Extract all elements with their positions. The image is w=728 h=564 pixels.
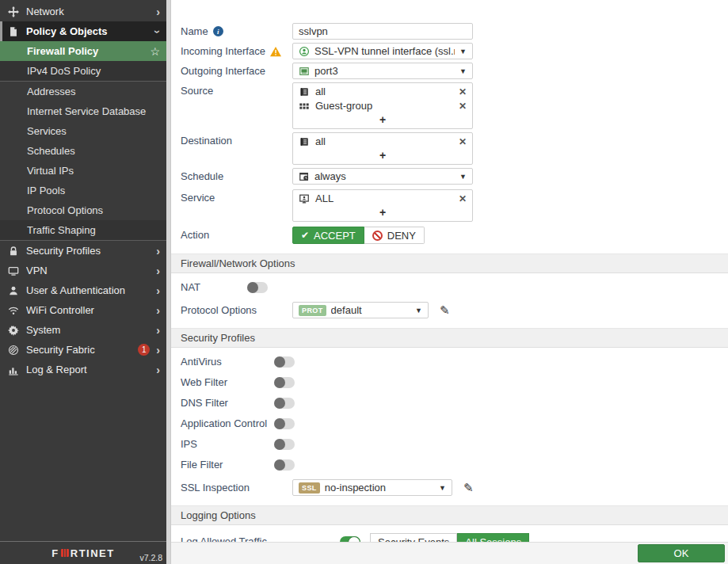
file-filter-label: File Filter [181,459,223,471]
sidebar-item-label: Schedules [27,145,160,157]
sidebar-item-internet-service-database[interactable]: Internet Service Database [0,101,166,121]
service-all-icon [299,193,310,204]
ssl-inspection-select[interactable]: SSL no-inspection ▼ [292,479,452,496]
sidebar-item-label: Addresses [27,86,160,97]
remove-icon[interactable]: ✕ [459,101,467,112]
accept-button[interactable]: ✔ ACCEPT [292,227,364,244]
web-filter-toggle[interactable] [274,377,295,388]
name-label-group: Name i [181,23,292,37]
dropdown-caret-icon: ▼ [459,173,467,181]
antivirus-toggle[interactable] [274,356,295,368]
wifi-icon [7,304,20,317]
dns-filter-toggle[interactable] [274,398,295,409]
protocol-options-select[interactable]: PROT default ▼ [292,302,429,318]
sidebar-item-label: Log & Report [26,364,150,375]
sidebar-item-firewall-policy[interactable]: Firewall Policy ☆ [0,41,166,61]
incoming-interface-select[interactable]: SSL-VPN tunnel interface (ssl.roo ▼ [292,43,473,59]
schedule-select[interactable]: always ▼ [292,168,473,185]
sidebar-item-ipv4-dos-policy[interactable]: IPv4 DoS Policy [0,61,166,81]
sidebar-item-wifi-controller[interactable]: WiFi Controller › [0,300,166,320]
ok-button[interactable]: OK [638,544,725,562]
edit-ssl-inspection-icon[interactable]: ✎ [463,479,474,495]
remove-icon[interactable]: ✕ [459,86,467,97]
source-row: Source all ✕ Guest-group ✕ + [181,82,728,129]
add-source-button[interactable]: + [293,113,472,128]
sidebar-item-security-profiles[interactable]: Security Profiles › [0,241,166,261]
check-icon: ✔ [301,230,309,241]
user-icon [7,284,20,297]
ssl-vpn-interface-icon [299,46,310,57]
chevron-right-icon: › [156,325,160,336]
sidebar-item-label: IP Pools [27,185,160,196]
sidebar-item-user-authentication[interactable]: User & Authentication › [0,280,166,300]
outgoing-interface-row: Outgoing Interface port3 ▼ [181,63,728,79]
nat-toggle[interactable] [247,282,268,293]
sidebar-item-label: Internet Service Database [27,105,160,117]
source-item[interactable]: all ✕ [293,85,472,99]
ssl-inspection-label: SSL Inspection [181,482,250,494]
schedule-icon [299,171,310,182]
outgoing-interface-select[interactable]: port3 ▼ [292,63,473,79]
action-label: Action [181,229,209,241]
sidebar-item-label: Firewall Policy [27,45,143,57]
nat-row: NAT [181,281,728,293]
chevron-down-icon: › [153,29,164,33]
sidebar-item-services[interactable]: Services [0,121,166,141]
chevron-right-icon: › [156,364,160,375]
sidebar-item-label: VPN [26,265,150,276]
sidebar-item-traffic-shaping[interactable]: Traffic Shaping [0,220,166,240]
fortinet-logo-text: RTINET [71,547,115,559]
network-icon [7,6,20,18]
fortigate-app: Network › Policy & Objects › Firewall Po… [0,0,728,564]
sidebar-item-label: Security Fabric [26,344,131,356]
edit-protocol-options-icon[interactable]: ✎ [440,302,450,318]
schedule-label: Schedule [181,170,223,182]
sidebar-item-label: User & Authentication [26,284,150,296]
sidebar-item-vpn[interactable]: VPN › [0,261,166,280]
sidebar-item-network[interactable]: Network › [0,2,166,21]
monitor-icon [7,265,20,277]
deny-icon [372,231,383,241]
sidebar-item-log-report[interactable]: Log & Report › [0,360,166,379]
name-input[interactable] [292,23,473,40]
add-destination-button[interactable]: + [293,149,472,164]
file-filter-toggle[interactable] [274,459,295,471]
service-label: Service [181,192,215,204]
section-firewall-network-options: Firewall/Network Options [171,253,728,273]
ips-toggle[interactable] [274,439,295,450]
sidebar-item-virtual-ips[interactable]: Virtual IPs [0,161,166,181]
name-label: Name [181,25,208,37]
service-row: Service ALL ✕ + [181,189,728,222]
destination-label: Destination [181,135,232,147]
service-item[interactable]: ALL ✕ [293,192,472,206]
service-multiselect: ALL ✕ + [292,189,473,222]
incoming-interface-label-group: Incoming Interface [181,43,292,57]
application-control-toggle[interactable] [274,418,295,429]
form-footer: OK [171,542,728,564]
source-multiselect: all ✕ Guest-group ✕ + [292,82,473,129]
sidebar-item-protocol-options[interactable]: Protocol Options [0,200,166,220]
chevron-right-icon: › [156,246,160,257]
sidebar-item-ip-pools[interactable]: IP Pools [0,181,166,200]
schedule-value: always [314,170,455,182]
nat-label: NAT [181,281,200,293]
sidebar-item-label: Virtual IPs [27,165,160,177]
sidebar-item-schedules[interactable]: Schedules [0,141,166,161]
schedule-row: Schedule always ▼ [181,168,728,185]
lock-icon [7,245,20,257]
sidebar-item-system[interactable]: System › [0,320,166,340]
add-service-button[interactable]: + [293,206,472,221]
sidebar-item-security-fabric[interactable]: Security Fabric 1 › [0,340,166,360]
source-item[interactable]: Guest-group ✕ [293,99,472,113]
sidebar-item-policy-objects[interactable]: Policy & Objects › [0,21,166,41]
remove-icon[interactable]: ✕ [459,136,467,147]
info-icon[interactable]: i [213,26,223,36]
remove-icon[interactable]: ✕ [459,193,467,204]
service-item-label: ALL [315,192,334,204]
chevron-right-icon: › [156,305,160,316]
favorite-star-icon[interactable]: ☆ [150,45,160,58]
sidebar-item-addresses[interactable]: Addresses [0,82,166,101]
deny-button[interactable]: DENY [364,227,425,244]
bar-chart-icon [7,364,20,376]
destination-item[interactable]: all ✕ [293,135,472,149]
